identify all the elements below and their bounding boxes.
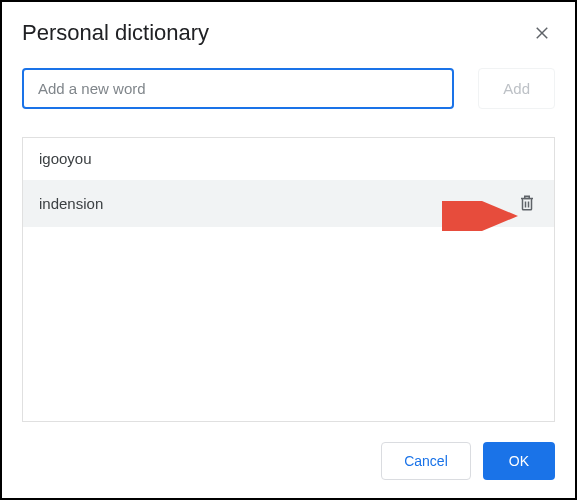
add-word-input[interactable] (22, 68, 454, 109)
cancel-button[interactable]: Cancel (381, 442, 471, 480)
word-row[interactable]: igooyou (23, 138, 554, 180)
close-button[interactable] (529, 20, 555, 46)
add-word-row: Add (22, 68, 555, 109)
dialog-footer: Cancel OK (22, 422, 555, 480)
dialog-title: Personal dictionary (22, 20, 209, 46)
dialog-header: Personal dictionary (22, 20, 555, 46)
close-icon (533, 24, 551, 42)
delete-word-button[interactable] (516, 192, 538, 214)
word-text: igooyou (39, 150, 92, 167)
add-button[interactable]: Add (478, 68, 555, 109)
word-text: indension (39, 195, 103, 212)
personal-dictionary-dialog: Personal dictionary Add igooyou indensio… (2, 2, 575, 498)
word-list: igooyou indension (22, 137, 555, 422)
trash-icon (518, 194, 536, 212)
word-row[interactable]: indension (23, 180, 554, 227)
ok-button[interactable]: OK (483, 442, 555, 480)
